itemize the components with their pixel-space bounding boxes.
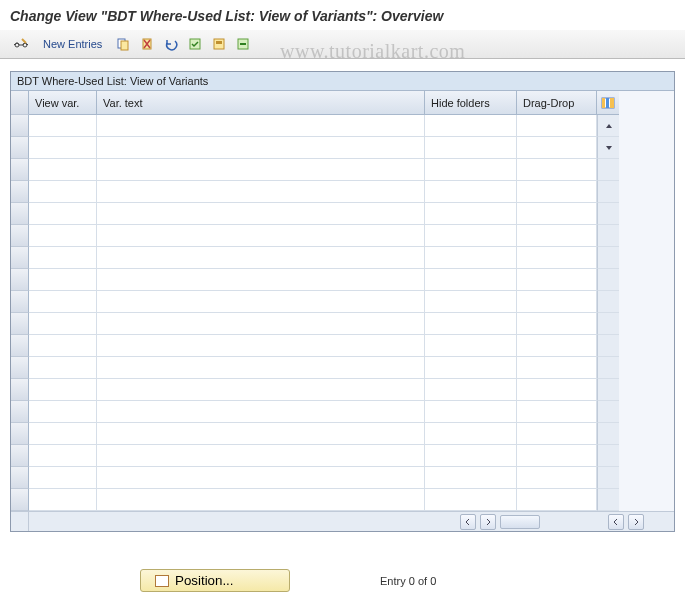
- row-selector[interactable]: [11, 269, 29, 291]
- cell-vartext[interactable]: [97, 445, 425, 467]
- hscroll-left-button[interactable]: [460, 514, 476, 530]
- position-button[interactable]: Position...: [140, 569, 290, 592]
- cell-viewvar[interactable]: [29, 335, 97, 357]
- cell-vartext[interactable]: [97, 225, 425, 247]
- cell-vartext[interactable]: [97, 137, 425, 159]
- cell-hidefolders[interactable]: [425, 423, 517, 445]
- cell-vartext[interactable]: [97, 291, 425, 313]
- vscroll-up-button[interactable]: [598, 115, 619, 137]
- row-selector[interactable]: [11, 401, 29, 423]
- hscroll-left2-button[interactable]: [608, 514, 624, 530]
- table-config-button[interactable]: [597, 91, 619, 115]
- col-header-dragdrop[interactable]: Drag-Drop: [517, 91, 597, 115]
- cell-hidefolders[interactable]: [425, 445, 517, 467]
- row-selector[interactable]: [11, 137, 29, 159]
- cell-hidefolders[interactable]: [425, 137, 517, 159]
- cell-dragdrop[interactable]: [517, 357, 597, 379]
- cell-vartext[interactable]: [97, 181, 425, 203]
- cell-dragdrop[interactable]: [517, 247, 597, 269]
- cell-dragdrop[interactable]: [517, 379, 597, 401]
- select-block-button[interactable]: [209, 34, 229, 54]
- row-selector[interactable]: [11, 467, 29, 489]
- cell-dragdrop[interactable]: [517, 137, 597, 159]
- cell-hidefolders[interactable]: [425, 225, 517, 247]
- row-selector[interactable]: [11, 445, 29, 467]
- cell-dragdrop[interactable]: [517, 115, 597, 137]
- row-selector[interactable]: [11, 357, 29, 379]
- cell-dragdrop[interactable]: [517, 181, 597, 203]
- cell-hidefolders[interactable]: [425, 203, 517, 225]
- cell-vartext[interactable]: [97, 159, 425, 181]
- cell-dragdrop[interactable]: [517, 423, 597, 445]
- cell-viewvar[interactable]: [29, 401, 97, 423]
- cell-vartext[interactable]: [97, 269, 425, 291]
- cell-viewvar[interactable]: [29, 159, 97, 181]
- cell-hidefolders[interactable]: [425, 379, 517, 401]
- hscroll-right2-button[interactable]: [628, 514, 644, 530]
- cell-viewvar[interactable]: [29, 115, 97, 137]
- row-selector[interactable]: [11, 181, 29, 203]
- cell-viewvar[interactable]: [29, 291, 97, 313]
- cell-vartext[interactable]: [97, 115, 425, 137]
- cell-dragdrop[interactable]: [517, 467, 597, 489]
- cell-dragdrop[interactable]: [517, 335, 597, 357]
- cell-vartext[interactable]: [97, 467, 425, 489]
- cell-viewvar[interactable]: [29, 445, 97, 467]
- cell-viewvar[interactable]: [29, 489, 97, 511]
- row-selector-header[interactable]: [11, 91, 29, 115]
- cell-viewvar[interactable]: [29, 247, 97, 269]
- cell-vartext[interactable]: [97, 247, 425, 269]
- row-selector[interactable]: [11, 291, 29, 313]
- cell-hidefolders[interactable]: [425, 181, 517, 203]
- copy-button[interactable]: [113, 34, 133, 54]
- cell-dragdrop[interactable]: [517, 313, 597, 335]
- undo-button[interactable]: [161, 34, 181, 54]
- cell-vartext[interactable]: [97, 335, 425, 357]
- cell-vartext[interactable]: [97, 357, 425, 379]
- toggle-display-button[interactable]: [10, 34, 32, 54]
- cell-hidefolders[interactable]: [425, 401, 517, 423]
- cell-hidefolders[interactable]: [425, 489, 517, 511]
- cell-dragdrop[interactable]: [517, 159, 597, 181]
- col-header-viewvar[interactable]: View var.: [29, 91, 97, 115]
- cell-dragdrop[interactable]: [517, 489, 597, 511]
- delete-button[interactable]: [137, 34, 157, 54]
- cell-viewvar[interactable]: [29, 269, 97, 291]
- cell-dragdrop[interactable]: [517, 225, 597, 247]
- deselect-all-button[interactable]: [233, 34, 253, 54]
- cell-hidefolders[interactable]: [425, 269, 517, 291]
- cell-hidefolders[interactable]: [425, 247, 517, 269]
- cell-viewvar[interactable]: [29, 137, 97, 159]
- cell-hidefolders[interactable]: [425, 115, 517, 137]
- row-selector[interactable]: [11, 379, 29, 401]
- row-selector[interactable]: [11, 159, 29, 181]
- row-selector[interactable]: [11, 489, 29, 511]
- row-selector[interactable]: [11, 115, 29, 137]
- cell-viewvar[interactable]: [29, 467, 97, 489]
- cell-hidefolders[interactable]: [425, 159, 517, 181]
- cell-viewvar[interactable]: [29, 225, 97, 247]
- cell-hidefolders[interactable]: [425, 357, 517, 379]
- cell-dragdrop[interactable]: [517, 203, 597, 225]
- cell-dragdrop[interactable]: [517, 445, 597, 467]
- hscroll-thumb[interactable]: [500, 515, 540, 529]
- col-header-hidefolders[interactable]: Hide folders: [425, 91, 517, 115]
- cell-vartext[interactable]: [97, 313, 425, 335]
- row-selector[interactable]: [11, 203, 29, 225]
- cell-dragdrop[interactable]: [517, 269, 597, 291]
- cell-viewvar[interactable]: [29, 423, 97, 445]
- cell-viewvar[interactable]: [29, 357, 97, 379]
- select-all-button[interactable]: [185, 34, 205, 54]
- row-selector[interactable]: [11, 225, 29, 247]
- vscroll-down-button[interactable]: [598, 137, 619, 159]
- cell-dragdrop[interactable]: [517, 291, 597, 313]
- cell-hidefolders[interactable]: [425, 291, 517, 313]
- cell-vartext[interactable]: [97, 401, 425, 423]
- cell-viewvar[interactable]: [29, 379, 97, 401]
- hscroll-right-button[interactable]: [480, 514, 496, 530]
- col-header-vartext[interactable]: Var. text: [97, 91, 425, 115]
- cell-vartext[interactable]: [97, 489, 425, 511]
- cell-dragdrop[interactable]: [517, 401, 597, 423]
- cell-viewvar[interactable]: [29, 313, 97, 335]
- row-selector[interactable]: [11, 423, 29, 445]
